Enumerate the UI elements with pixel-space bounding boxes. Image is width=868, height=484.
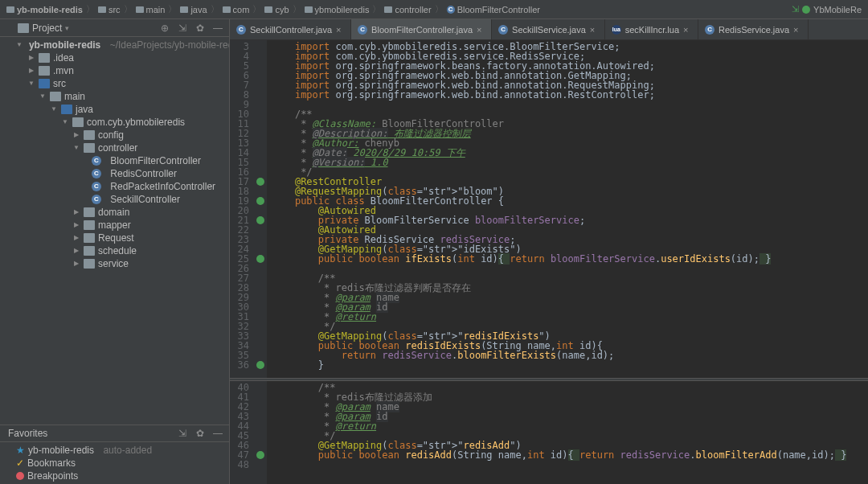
star-icon: ★ [16, 445, 25, 456]
breadcrumb[interactable]: yb-mobile-redis 〉 src 〉 main 〉 java 〉 co… [6, 3, 540, 15]
gear-icon[interactable]: ✿ [194, 22, 207, 35]
project-panel-title[interactable]: Project ▾ [18, 23, 69, 34]
folder-icon [305, 6, 313, 13]
expand-icon[interactable]: ⇲ [176, 427, 189, 440]
minimize-icon[interactable]: — [211, 427, 224, 440]
folder-icon [264, 6, 272, 13]
folder-icon [18, 23, 29, 33]
fav-item[interactable]: ★yb-mobile-redis auto-added [16, 444, 229, 457]
fav-item[interactable]: Breakpoints [16, 470, 229, 482]
close-icon[interactable]: × [683, 25, 691, 35]
aim-icon[interactable]: ⊕ [158, 22, 171, 35]
class-icon: C [236, 25, 246, 35]
breakpoint-icon [16, 472, 24, 480]
project-panel: Project ▾ ⊕ ⇲ ✿ — ▼yb-mobile-redis ~/Ide… [0, 19, 230, 484]
top-bar: yb-mobile-redis 〉 src 〉 main 〉 java 〉 co… [0, 0, 868, 19]
gutter[interactable]: 3456789101112131415161718192021222324252… [230, 40, 254, 378]
close-icon[interactable]: × [793, 25, 801, 35]
class-icon: C [705, 25, 714, 35]
favorites-title[interactable]: Favorites [8, 428, 47, 439]
editor-tab[interactable]: CRedisService.java× [698, 19, 809, 39]
editor-area: CSeckillController.java× CBloomFilterCon… [230, 19, 868, 484]
class-icon: C [92, 169, 101, 178]
run-config[interactable]: ⇲ YbMobileRe [792, 4, 862, 14]
editor-tab[interactable]: CSeckillService.java× [492, 19, 605, 39]
gutter-marks[interactable] [254, 40, 267, 378]
expand-icon[interactable]: ⇲ [176, 22, 189, 35]
tabs-bar: CSeckillController.java× CBloomFilterCon… [230, 19, 868, 40]
lua-icon: lua [612, 25, 621, 35]
code-editor-split[interactable]: 404142434445464748 /** * redis布隆过滤器添加 * … [230, 381, 868, 484]
class-icon: C [92, 156, 101, 166]
minimize-icon[interactable]: — [211, 22, 224, 35]
editor-tab[interactable]: CBloomFilterController.java× [351, 19, 492, 39]
bookmark-icon: ✓ [16, 457, 24, 469]
code-editor-main[interactable]: 3456789101112131415161718192021222324252… [230, 40, 868, 378]
close-icon[interactable]: × [590, 25, 598, 35]
code-content[interactable]: /** * redis布隆过滤器添加 * @param name * @para… [267, 381, 868, 484]
class-icon: C [92, 195, 101, 204]
code-content[interactable]: import com.cyb.ybmobileredis.service.Blo… [267, 40, 868, 378]
folder-icon [98, 6, 106, 13]
class-icon: C [498, 25, 508, 35]
editor-tab[interactable]: luasecKillIncr.lua× [605, 19, 698, 39]
gear-icon[interactable]: ✿ [194, 427, 207, 440]
folder-icon [6, 6, 14, 13]
gutter-marks[interactable] [254, 381, 267, 484]
folder-icon [180, 6, 188, 13]
spring-icon [802, 6, 810, 14]
folder-icon [223, 6, 231, 13]
folder-icon [384, 6, 392, 13]
fav-item[interactable]: ✓Bookmarks [16, 457, 229, 470]
project-tree[interactable]: ▼yb-mobile-redis ~/IdeaProjects/yb-mobil… [0, 37, 229, 425]
close-icon[interactable]: × [336, 25, 344, 35]
class-icon: C [92, 182, 101, 191]
close-icon[interactable]: × [477, 25, 485, 35]
gutter[interactable]: 404142434445464748 [230, 381, 254, 484]
folder-icon [136, 6, 144, 13]
class-icon: C [447, 6, 455, 14]
class-icon: C [358, 25, 367, 35]
editor-tab[interactable]: CSeckillController.java× [230, 19, 351, 39]
